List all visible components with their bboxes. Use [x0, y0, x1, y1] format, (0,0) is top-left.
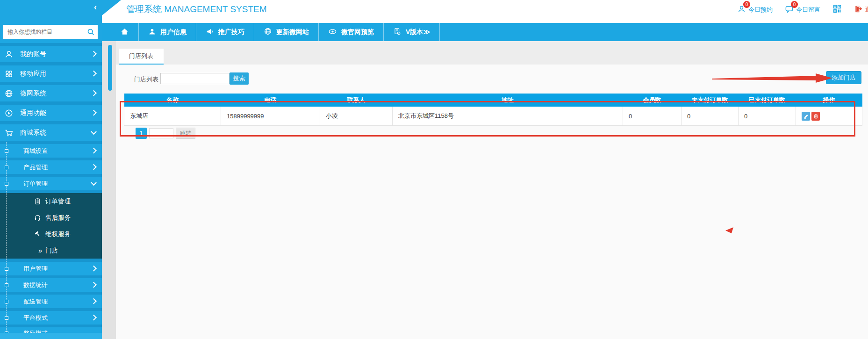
chevron-down-icon: [91, 180, 97, 186]
sidebar-item-shop-settings[interactable]: 商城设置: [0, 144, 102, 158]
sidebar-item-label: 移动应用: [20, 70, 46, 78]
column-header-unpaid: 未支付订单数: [681, 94, 739, 107]
search-button[interactable]: 搜索: [230, 72, 249, 85]
nav-version[interactable]: V版本≫: [383, 23, 440, 41]
submenu-item-store[interactable]: » 门店: [0, 242, 102, 259]
today-appointments-button[interactable]: 0 今日预约: [737, 5, 773, 15]
submenu-item-label: 门店: [45, 246, 58, 255]
submenu-item-order-management[interactable]: 订单管理: [0, 193, 102, 209]
submenu-item-label: 维权服务: [45, 230, 71, 238]
add-store-button[interactable]: 添加门店: [826, 71, 861, 84]
nav-site-preview-label: 微官网预览: [341, 28, 374, 36]
column-header-contact: 联系人: [320, 94, 393, 107]
nav-update-site[interactable]: 更新微网站: [254, 23, 318, 41]
app-root: 管理系统 MANAGEMENT SYSTEM 0 今日预约 0 今日留言 退出: [0, 0, 868, 339]
today-messages-label: 今日留言: [796, 6, 820, 14]
cell-members: 0: [623, 107, 681, 126]
sidebar-item-label: 微网系统: [20, 89, 46, 98]
row-actions: [802, 112, 856, 121]
person-icon: [4, 50, 14, 59]
sidebar-scrollbar-thumb[interactable]: [108, 45, 112, 91]
sidebar-menu: 我的账号 移动应用 微网系统 通用功能 商城系统: [0, 46, 102, 339]
logout-button[interactable]: 退出: [854, 5, 868, 15]
tab-strip: 门店列表: [116, 41, 868, 65]
document-gear-icon: [393, 27, 402, 37]
pagination: 1 跳转: [136, 128, 195, 139]
column-header-name: 名称: [124, 94, 221, 107]
sidebar-search-input[interactable]: [3, 25, 84, 39]
column-header-address: 地址: [393, 94, 623, 107]
today-appointments-label: 今日预约: [748, 6, 773, 14]
page-title: 管理系统 MANAGEMENT SYSTEM: [126, 3, 267, 15]
cell-phone: 15899999999: [221, 107, 320, 126]
column-header-members: 会员数: [623, 94, 681, 107]
submenu-guide-line: [6, 142, 7, 339]
store-search-input[interactable]: [160, 73, 230, 84]
sidebar-item-label: 平台模式: [23, 314, 48, 322]
sidebar-item-label: 数据统计: [23, 281, 48, 289]
nav-site-preview[interactable]: 微官网预览: [318, 23, 383, 41]
sidebar-item-platform-mode[interactable]: 平台模式: [0, 311, 102, 325]
nav-promo-tips[interactable]: 推广技巧: [196, 23, 254, 41]
sidebar-search: [3, 25, 98, 39]
delete-button[interactable]: [811, 112, 820, 121]
sidebar-item-micro-site[interactable]: 微网系统: [0, 85, 102, 101]
jump-button[interactable]: 跳转: [176, 128, 195, 139]
brand-ribbon: [102, 0, 121, 15]
sidebar-item-label: 配送管理: [23, 297, 48, 306]
nav-home[interactable]: [111, 23, 138, 41]
chevron-right-icon: [91, 298, 97, 304]
table-row: 东城店 15899999999 小凌 北京市东城区1158号 0 0 0: [124, 107, 862, 126]
qr-code-icon: [832, 4, 842, 15]
edit-button[interactable]: [802, 112, 810, 121]
submenu-item-after-sales[interactable]: 售后服务: [0, 209, 102, 226]
nav-user-info-label: 用户信息: [160, 28, 187, 36]
submenu-item-label: 订单管理: [45, 197, 71, 206]
chevron-right-icon: [91, 281, 97, 288]
sidebar-item-shop-system[interactable]: 商城系统: [0, 124, 102, 141]
sidebar-item-general-functions[interactable]: 通用功能: [0, 105, 102, 121]
nav-promo-tips-label: 推广技巧: [218, 28, 244, 36]
collapse-sidebar-button[interactable]: ‹: [94, 2, 97, 12]
submenu-item-label: 售后服务: [45, 214, 71, 222]
double-chevron-icon: »: [38, 246, 42, 254]
main-content: 门店列表 门店列表 搜索 添加门店 名称 电话 联系人: [102, 41, 868, 339]
cell-address: 北京市东城区1158号: [393, 107, 623, 126]
sidebar-item-delivery-management[interactable]: 配送管理: [0, 295, 102, 308]
sidebar-item-product-management[interactable]: 产品管理: [0, 160, 102, 174]
sidebar-item-mobile-apps[interactable]: 移动应用: [0, 65, 102, 82]
globe-icon: [4, 89, 14, 98]
store-table: 名称 电话 联系人 地址 会员数 未支付订单数 已支付订单数 操作 东城店: [124, 94, 862, 126]
sidebar-item-data-statistics[interactable]: 数据统计: [0, 278, 102, 292]
eye-icon: [328, 27, 337, 37]
top-navbar: 用户信息 推广技巧 更新微网站 微官网预览 V版本≫: [102, 23, 868, 41]
cell-unpaid: 0: [681, 107, 739, 126]
page-jump-input[interactable]: [149, 128, 173, 138]
sidebar-item-label: 用户管理: [23, 265, 48, 273]
play-circle-icon: [4, 108, 14, 118]
sidebar-item-label: 商城系统: [20, 129, 46, 137]
column-header-actions: 操作: [796, 94, 862, 107]
submenu-item-rights-protection[interactable]: 维权服务: [0, 226, 102, 242]
sidebar-item-my-account[interactable]: 我的账号: [0, 46, 102, 62]
sidebar-item-user-management[interactable]: 用户管理: [0, 262, 102, 275]
sidebar-item-order-management[interactable]: 订单管理: [0, 177, 102, 190]
chevron-right-icon: [91, 109, 97, 115]
chevron-right-icon: [91, 70, 97, 76]
cart-icon: [4, 128, 14, 137]
order-submenu: 订单管理 售后服务 维权服务 » 门店: [0, 193, 102, 259]
clipboard-icon: [34, 197, 42, 205]
sidebar-item-label: 产品管理: [23, 163, 48, 172]
chevron-right-icon: [91, 265, 97, 271]
chevron-right-icon: [91, 147, 97, 153]
qr-code-button[interactable]: [832, 4, 842, 15]
today-messages-button[interactable]: 0 今日留言: [785, 5, 820, 15]
sidebar-bottom-strip: [0, 333, 102, 339]
sidebar-item-label: 通用功能: [20, 109, 46, 117]
nav-user-info[interactable]: 用户信息: [138, 23, 196, 41]
tab-store-list[interactable]: 门店列表: [119, 49, 164, 65]
logout-label: 退出: [865, 6, 868, 14]
cell-name: 东城店: [124, 107, 221, 126]
page-1-button[interactable]: 1: [136, 128, 147, 139]
search-icon[interactable]: [84, 28, 98, 36]
